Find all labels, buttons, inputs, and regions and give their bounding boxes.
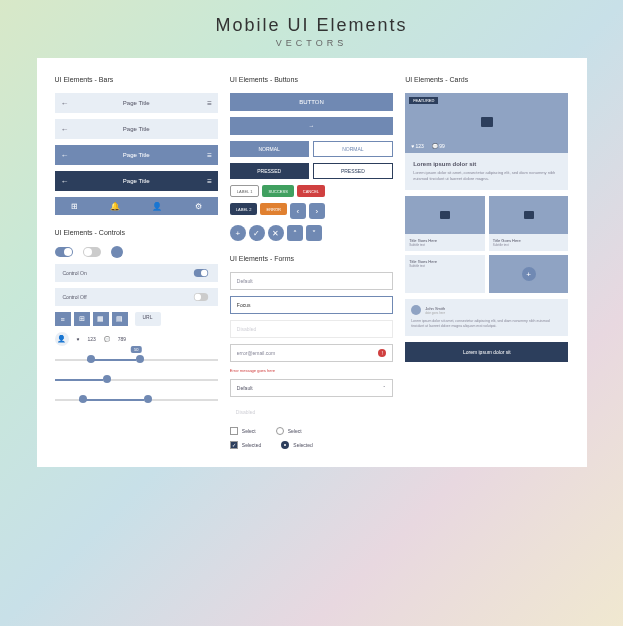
plus-icon[interactable]: + [522,267,536,281]
mini-card[interactable]: Title Goes HereSubtitle text [489,196,569,251]
chip-success[interactable]: SUCCESS [262,185,293,197]
bell-icon[interactable]: 🔔 [110,202,120,211]
select-disabled: Disabled [230,403,393,421]
select-value: Default [237,385,253,391]
add-card[interactable]: + [489,255,569,293]
checkbox-unchecked[interactable]: Select [230,427,256,435]
gear-icon[interactable]: ⚙ [195,202,202,211]
nav-bar-light-simple: ← Page Title [55,119,218,139]
menu-icon[interactable]: ≡ [207,151,212,160]
toggle[interactable] [194,269,208,277]
back-icon[interactable]: ← [61,99,69,108]
primary-button[interactable]: BUTTON [230,93,393,111]
plus-icon-button[interactable]: + [230,225,246,241]
bar-title: Page Title [123,178,150,184]
user-icon[interactable]: 👤 [152,202,162,211]
radio-unchecked[interactable]: Select [276,427,302,435]
arrow-button[interactable]: → [230,117,393,135]
heart-icon: ♥ 123 [411,143,424,149]
input-error[interactable]: error@email.com [230,344,393,362]
control-row-on[interactable]: Control On [55,264,218,282]
forward-icon-button[interactable]: › [309,203,325,219]
footer-button[interactable]: Lorem ipsum dolor sit [405,342,568,362]
page-header: Mobile UI Elements VECTORS [215,15,407,48]
detail-view-icon[interactable]: ▤ [112,312,128,326]
tab-bar: ⊞ 🔔 👤 ⚙ [55,197,218,215]
mini-card-empty[interactable]: Title Goes HereSubtitle text [405,255,485,293]
pressed-button[interactable]: PRESSED [230,163,309,179]
view-count: 789 [118,336,126,342]
slider-tooltip-value: 50 [131,346,141,353]
back-icon[interactable]: ← [61,151,69,160]
mini-card-subtitle: Subtitle text [409,264,481,268]
section-title-cards: UI Elements - Cards [405,76,568,83]
pressed-outline-button[interactable]: PRESSED [313,163,394,179]
back-icon[interactable]: ← [61,177,69,186]
avatar-icon[interactable] [411,305,421,315]
chip-error[interactable]: ERROR [260,203,286,215]
comment-text: Lorem ipsum dolor sit amet, consectetur … [411,319,562,330]
heart-icon[interactable]: ♥ [77,336,80,342]
back-icon[interactable]: ← [61,125,69,134]
toggle-on[interactable] [55,247,73,257]
nav-bar-navy: ← Page Title ≡ [55,171,218,191]
card-view-icon[interactable]: ▦ [93,312,109,326]
control-row-off[interactable]: Control Off [55,288,218,306]
control-label: Control On [63,270,87,276]
comment-date: date goes here [425,311,445,315]
page-subtitle: VECTORS [215,38,407,48]
mini-card-subtitle: Subtitle text [493,243,565,247]
close-icon-button[interactable]: ✕ [268,225,284,241]
like-count: 123 [87,336,95,342]
toggle[interactable] [194,293,208,301]
input-default[interactable]: Default [230,272,393,290]
checkbox-checked[interactable]: ✓Selected [230,441,261,449]
select-default[interactable]: Default ˅ [230,379,393,397]
image-placeholder-icon [524,211,534,219]
bar-title: Page Title [123,100,150,106]
chip-cancel[interactable]: CANCEL [297,185,325,197]
ui-sheet: UI Elements - Bars ← Page Title ≡ ← Page… [37,58,587,467]
comment-icon[interactable]: 💬 [104,336,110,342]
grid-view-icon[interactable]: ⊞ [74,312,90,326]
down-icon-button[interactable]: ˅ [306,225,322,241]
user-name: John Smith [425,306,445,311]
menu-icon[interactable]: ≡ [207,177,212,186]
radio-checked[interactable]: Selected [281,441,312,449]
toggle-indicator[interactable] [111,246,123,258]
chip-label1[interactable]: LABEL 1 [230,185,260,197]
image-placeholder-icon [440,211,450,219]
image-placeholder-icon [481,117,493,127]
section-title-buttons: UI Elements - Buttons [230,76,393,83]
slider-range[interactable] [55,392,218,406]
list-view-icon[interactable]: ≡ [55,312,71,326]
slider-tooltip[interactable]: 50 [55,352,218,366]
mini-card[interactable]: Title Goes HereSubtitle text [405,196,485,251]
slider-simple[interactable] [55,372,218,386]
chip-label2[interactable]: LABEL 2 [230,203,258,215]
featured-badge: FEATURED [409,97,438,104]
control-label: Control Off [63,294,87,300]
card-body: Lorem ipsum dolor sit amet, consectetur … [413,170,560,182]
url-chip[interactable]: URL [135,312,161,326]
section-title-bars: UI Elements - Bars [55,76,218,83]
normal-outline-button[interactable]: NORMAL [313,141,394,157]
hero-card[interactable]: FEATURED ♥ 123 💬 99 Lorem ipsum dolor si… [405,93,568,190]
check-icon-button[interactable]: ✓ [249,225,265,241]
back-icon-button[interactable]: ‹ [290,203,306,219]
grid-icon[interactable]: ⊞ [71,202,78,211]
toggle-off[interactable] [83,247,101,257]
nav-bar-dark: ← Page Title ≡ [55,145,218,165]
comment-icon: 💬 99 [432,143,445,149]
input-focus[interactable]: Focus [230,296,393,314]
bar-title: Page Title [123,126,150,132]
avatar-icon[interactable]: 👤 [55,332,69,346]
menu-icon[interactable]: ≡ [207,99,212,108]
up-icon-button[interactable]: ˄ [287,225,303,241]
card-title: Lorem ipsum dolor sit [413,161,560,167]
section-title-controls: UI Elements - Controls [55,229,218,236]
page-title: Mobile UI Elements [215,15,407,36]
error-message: Error message goes here [230,368,393,373]
normal-button[interactable]: NORMAL [230,141,309,157]
section-title-forms: UI Elements - Forms [230,255,393,262]
